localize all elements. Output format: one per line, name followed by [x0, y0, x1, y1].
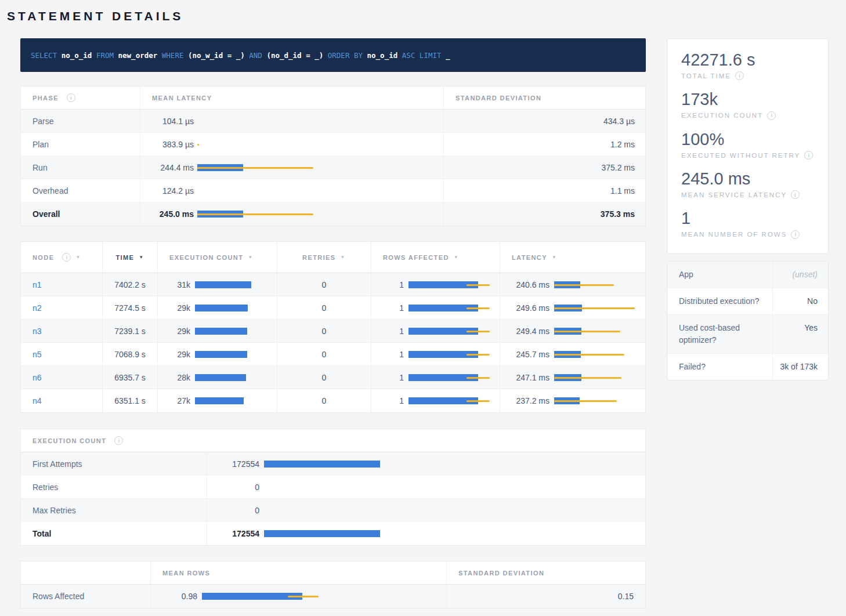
- attribute-value: 3k of 173k: [772, 354, 828, 380]
- node-link[interactable]: n6: [32, 373, 42, 382]
- stat-value: 100%: [681, 130, 814, 149]
- phase-row-plan: Plan 383.9 µs 1.2 ms: [21, 133, 645, 156]
- attribute-row-failed: Failed? 3k of 173k: [667, 354, 828, 380]
- stat-caption: TOTAL TIME: [681, 73, 731, 79]
- node-link[interactable]: n3: [32, 327, 42, 336]
- retries-value: 0: [322, 350, 327, 359]
- node-link[interactable]: n2: [32, 303, 42, 313]
- count-bar: [264, 483, 645, 491]
- execution-count-value: 29k: [167, 327, 190, 336]
- rows-affected-bar: [408, 327, 500, 335]
- phase-label: Run: [32, 163, 48, 172]
- node-column-header[interactable]: NODE i ▼: [21, 242, 102, 273]
- stat-mean-service-latency: 245.0 ms MEAN SERVICE LATENCYi: [681, 169, 814, 199]
- exec-row-value: 172554: [214, 459, 259, 469]
- execution-count-bar: [195, 281, 277, 289]
- retries-column-header[interactable]: RETRIES ▼: [277, 242, 371, 273]
- phase-label: Plan: [32, 140, 49, 149]
- count-bar: [264, 530, 645, 538]
- attribute-value: Yes: [772, 315, 828, 353]
- rows-affected-row: Rows Affected 0.98 0.15: [21, 585, 645, 608]
- execution-count-value: 31k: [167, 280, 190, 289]
- info-icon[interactable]: i: [114, 436, 123, 445]
- statement-attributes-table: App (unset) Distributed execution? No Us…: [667, 261, 829, 381]
- mean-latency-value: 245.0 ms: [153, 209, 194, 219]
- time-value: 7068.9 s: [114, 350, 146, 359]
- rows-affected-value: 1: [383, 280, 404, 289]
- execution-count-bar: [195, 350, 277, 358]
- time-value: 7274.5 s: [114, 303, 146, 313]
- main-column: SELECT no_o_id FROM new_order WHERE (no_…: [20, 38, 646, 608]
- latency-bar: [197, 117, 443, 125]
- mean-rows-value: 0.98: [158, 592, 197, 601]
- execution-count-table: EXECUTION COUNT i First Attempts 172554 …: [20, 429, 646, 546]
- info-icon[interactable]: i: [791, 230, 800, 239]
- latency-bar: [554, 350, 645, 358]
- attribute-row-cost-based-optimizer: Used cost-based optimizer? Yes: [667, 315, 828, 354]
- std-dev-header-cell: STANDARD DEVIATION: [443, 86, 646, 109]
- rows-affected-bar: [408, 281, 500, 289]
- info-icon[interactable]: i: [735, 71, 744, 80]
- retries-value: 0: [322, 373, 327, 382]
- summary-stats-card: 42271.6 s TOTAL TIMEi 173k EXECUTION COU…: [667, 38, 829, 254]
- phase-row-parse: Parse 104.1 µs 434.3 µs: [21, 110, 645, 133]
- info-icon[interactable]: i: [791, 190, 800, 199]
- execution-count-bar: [195, 304, 277, 312]
- latency-value: 249.4 ms: [512, 327, 549, 336]
- execution-count-column-header[interactable]: EXECUTION COUNT ▼: [157, 242, 277, 273]
- rows-affected-bar: [408, 304, 500, 312]
- latency-bar: [554, 397, 645, 405]
- node-link[interactable]: n1: [32, 280, 42, 289]
- attribute-row-distributed-execution: Distributed execution? No: [667, 288, 828, 315]
- time-value: 6935.7 s: [114, 373, 146, 382]
- node-row: n1 7402.2 s 31k 0 1 240.6 ms: [21, 273, 645, 296]
- sort-arrow-icon: ▼: [75, 255, 81, 260]
- latency-bar: [554, 374, 645, 382]
- sort-arrow-icon: ▼: [139, 255, 144, 260]
- latency-column-header[interactable]: LATENCY ▼: [500, 242, 645, 273]
- latency-bar: [554, 327, 645, 335]
- node-table-header: NODE i ▼ TIME ▼ EXECUTION COUNT ▼ RETRIE…: [21, 242, 645, 273]
- latency-bar: [197, 210, 443, 218]
- rows-affected-bar: [408, 397, 500, 405]
- info-icon[interactable]: i: [67, 93, 75, 102]
- info-icon[interactable]: i: [62, 253, 71, 262]
- rows-affected-table-header: MEAN ROWS STANDARD DEVIATION: [21, 561, 645, 585]
- node-row: n2 7274.5 s 29k 0 1 249.6 ms: [21, 296, 645, 320]
- exec-row-max-retries: Max Retries 0: [21, 499, 645, 522]
- page-title: STATEMENT DETAILS: [7, 9, 846, 23]
- sort-arrow-icon: ▼: [341, 255, 346, 260]
- info-icon[interactable]: i: [804, 151, 813, 160]
- std-dev-header-cell: STANDARD DEVIATION: [446, 561, 645, 584]
- latency-bar: [197, 187, 443, 195]
- node-row: n3 7239.1 s 29k 0 1 249.4 ms: [21, 320, 645, 343]
- node-link[interactable]: n5: [32, 350, 42, 359]
- execution-count-bar: [195, 374, 277, 382]
- phase-label: Overhead: [32, 186, 68, 195]
- rows-affected-value: 1: [383, 396, 404, 405]
- phase-header-cell: PHASE i: [21, 86, 140, 109]
- attribute-label: Distributed execution?: [667, 288, 772, 314]
- stat-execution-count: 173k EXECUTION COUNTi: [681, 90, 814, 119]
- phase-table: PHASE i MEAN LATENCY STANDARD DEVIATION …: [20, 86, 646, 226]
- rows-affected-column-header[interactable]: ROWS AFFECTED ▼: [371, 242, 500, 273]
- exec-row-total: Total 172554: [21, 522, 645, 545]
- sidebar: 42271.6 s TOTAL TIMEi 173k EXECUTION COU…: [667, 38, 829, 608]
- phase-row-run: Run 244.4 ms 375.2 ms: [21, 156, 645, 179]
- rows-affected-label: Rows Affected: [32, 592, 84, 601]
- exec-row-label: Retries: [32, 483, 58, 492]
- count-bar: [264, 506, 645, 514]
- node-link[interactable]: n4: [32, 396, 42, 405]
- rows-affected-bar: [408, 374, 500, 382]
- stat-caption: EXECUTED WITHOUT RETRY: [681, 152, 800, 159]
- latency-value: 245.7 ms: [512, 350, 549, 359]
- rows-affected-value: 1: [383, 303, 404, 313]
- stat-value: 173k: [681, 90, 814, 109]
- info-icon[interactable]: i: [767, 111, 776, 120]
- retries-value: 0: [322, 280, 327, 289]
- stat-caption: EXECUTION COUNT: [681, 112, 763, 119]
- exec-row-value: 172554: [214, 529, 259, 538]
- time-column-header[interactable]: TIME ▼: [102, 242, 157, 273]
- rows-affected-value: 1: [383, 350, 404, 359]
- attribute-label: Failed?: [667, 354, 772, 380]
